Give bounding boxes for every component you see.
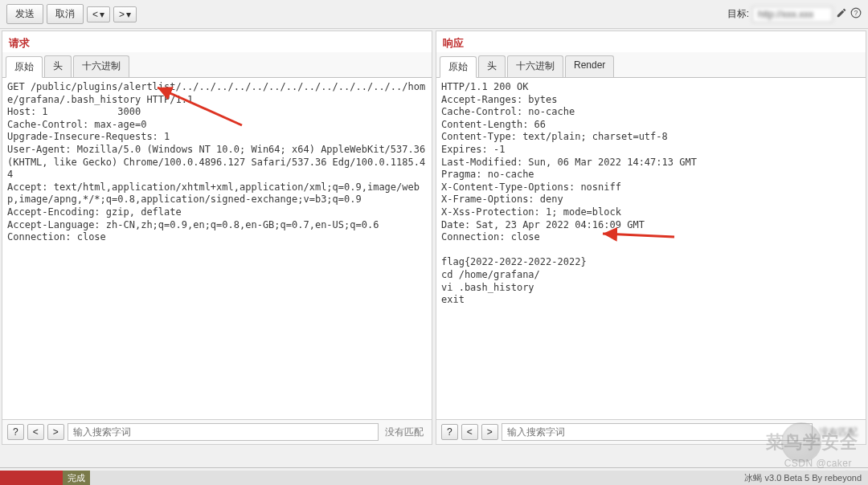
response-search-prev[interactable]: < — [461, 424, 478, 440]
svg-text:?: ? — [854, 10, 858, 17]
tab-raw[interactable]: 原始 — [6, 56, 43, 78]
dropdown-icon: ▾ — [126, 9, 131, 20]
top-toolbar: 发送 取消 <▾ >▾ 目标: ? — [0, 0, 868, 29]
response-tabs: 原始 头 十六进制 Render — [436, 52, 866, 78]
target-label: 目标: — [727, 7, 749, 21]
help-icon[interactable]: ? — [850, 7, 862, 21]
bottom-strip: 完成 冰蝎 v3.0 Beta 5 By rebeyond — [0, 471, 868, 485]
prev-button[interactable]: <▾ — [87, 6, 110, 22]
next-button[interactable]: >▾ — [113, 6, 137, 22]
request-nomatch: 没有匹配 — [382, 426, 427, 439]
send-button[interactable]: 发送 — [6, 4, 43, 24]
request-search-row: ? < > 没有匹配 — [2, 419, 432, 444]
request-pane: 请求 原始 头 十六进制 GET /public/plugins/alertli… — [2, 31, 432, 445]
tab-hex[interactable]: 十六进制 — [73, 55, 129, 77]
tab-headers-resp[interactable]: 头 — [478, 55, 506, 77]
request-search-input[interactable] — [68, 423, 379, 441]
tab-headers[interactable]: 头 — [44, 55, 72, 77]
tab-hex-resp[interactable]: 十六进制 — [507, 55, 563, 77]
strip-version: 冰蝎 v3.0 Beta 5 By rebeyond — [738, 471, 868, 485]
response-pane: 响应 原始 头 十六进制 Render HTTP/1.1 200 OK Acce… — [436, 31, 866, 445]
strip-done: 完成 — [63, 471, 90, 485]
tab-raw-resp[interactable]: 原始 — [440, 56, 477, 78]
response-search-next[interactable]: > — [481, 424, 498, 440]
strip-red — [0, 471, 63, 485]
target-input[interactable] — [752, 6, 833, 22]
response-body[interactable]: HTTP/1.1 200 OK Accept-Ranges: bytes Cac… — [436, 78, 866, 419]
request-search-next[interactable]: > — [47, 424, 64, 440]
request-search-help[interactable]: ? — [7, 424, 24, 440]
dropdown-icon: ▾ — [100, 9, 104, 20]
request-body[interactable]: GET /public/plugins/alertlist/../../../.… — [2, 78, 432, 419]
request-title: 请求 — [2, 31, 432, 52]
chevron-right-icon: > — [119, 9, 125, 20]
target-area: 目标: ? — [727, 6, 862, 22]
watermark-text: 菜鸟学安全 — [766, 430, 858, 454]
request-tabs: 原始 头 十六进制 — [2, 52, 432, 78]
response-title: 响应 — [436, 31, 866, 52]
tab-render-resp[interactable]: Render — [565, 55, 614, 77]
chevron-left-icon: < — [92, 9, 98, 20]
panes-container: 请求 原始 头 十六进制 GET /public/plugins/alertli… — [0, 29, 868, 446]
pencil-icon[interactable] — [836, 7, 847, 21]
request-search-prev[interactable]: < — [27, 424, 44, 440]
watermark-csdn: CSDN @caker — [784, 458, 852, 469]
response-search-help[interactable]: ? — [441, 424, 458, 440]
cancel-button[interactable]: 取消 — [47, 4, 84, 24]
